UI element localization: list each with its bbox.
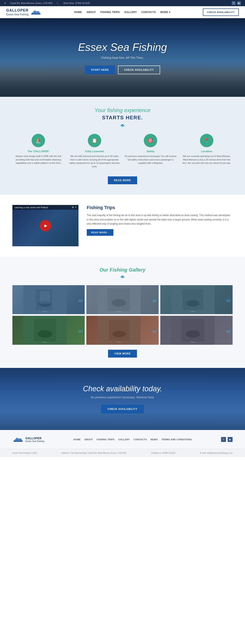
- galloper-title: The 'GALLOPER': [12, 150, 64, 153]
- brand-sub: Essex Sea Fishing: [6, 13, 28, 16]
- svg-rect-32: [13, 441, 23, 442]
- trips-description: The vast majority of the fishing we do i…: [87, 213, 233, 226]
- safety-title: Safety: [125, 150, 177, 153]
- gallery-item-1[interactable]: Photo: [12, 285, 85, 314]
- gallery-item-6[interactable]: Photo: [160, 316, 233, 345]
- gallery-item-3[interactable]: Photo: [160, 285, 233, 314]
- location-pin-icon: 📍: [200, 134, 213, 147]
- top-bar-social: f ▶: [232, 1, 241, 5]
- footer-sub: Essex Sea Fishing: [25, 440, 44, 442]
- cta-section: Check availability today. No previous ex…: [0, 368, 245, 430]
- gallery-item-5[interactable]: Photo: [86, 316, 159, 345]
- cta-title: Check availability today.: [12, 384, 233, 393]
- galloper-desc: Modern boat design built in 2005 with th…: [12, 154, 64, 165]
- gallery-section: Our Fishing Gallery 🐟 Photo Photo: [0, 257, 245, 368]
- footer-logo: GALLOPER Essex Sea Fishing: [12, 436, 44, 442]
- nav-fishing-trips[interactable]: FISHING TRIPS: [100, 11, 120, 14]
- fishing-trips-section: catching a nice sized reef Pollock ⚙ ↗ F…: [0, 194, 245, 257]
- location-title: Location: [181, 150, 233, 153]
- gallery-image-3: Photo: [160, 285, 225, 314]
- phone-text: Book Now: 07956 411528: [63, 2, 90, 4]
- logo-text: GALLOPER Essex Sea Fishing: [6, 8, 28, 16]
- trips-read-more-button[interactable]: READ MORE -: [87, 229, 113, 236]
- nav-home[interactable]: HOME: [74, 11, 82, 14]
- svg-point-11: [112, 299, 126, 306]
- nav-more[interactable]: MORE ▾: [160, 11, 170, 14]
- footer-nav: HOME ABOUT FISHING TRIPS GALLERY CONTACT…: [73, 438, 192, 441]
- cta-subtitle: No previous experience necessary. Reserv…: [12, 396, 233, 399]
- experience-heading: Your fishing experience: [12, 107, 233, 114]
- footer-boat-icon: [12, 436, 24, 442]
- footer-logo-text: GALLOPER Essex Sea Fishing: [25, 436, 44, 442]
- address-text: Coast Rd, West Mersea, Essex, CO5 8PA: [10, 2, 52, 4]
- read-more-button[interactable]: READ MORE: [108, 176, 137, 184]
- cta-check-availability-button[interactable]: CHECK AVAILABILITY: [101, 405, 144, 414]
- trips-title: Fishing Trips: [87, 205, 233, 210]
- svg-point-23: [112, 331, 126, 337]
- location-icon: ✦: [4, 2, 6, 4]
- logo-boat-icon: [30, 9, 41, 15]
- view-more-button[interactable]: VIEW MORE: [108, 350, 137, 358]
- play-button[interactable]: [40, 220, 51, 232]
- gallery-image-5: Photo: [86, 316, 151, 345]
- footer-nav-home[interactable]: HOME: [73, 438, 81, 441]
- check-availability-button[interactable]: CHECK AVAILABILITY: [203, 8, 239, 16]
- svg-rect-14: [183, 289, 203, 310]
- trips-content: Fishing Trips The vast majority of the f…: [87, 205, 233, 236]
- svg-text:Photo: Photo: [43, 341, 47, 343]
- main-nav: HOME ABOUT FISHING TRIPS GALLERY CONTACT…: [74, 11, 170, 14]
- nav-contacts[interactable]: CONTACTS: [141, 11, 156, 14]
- safety-desc: No previous experience necessary! You wi…: [125, 154, 177, 165]
- feature-galloper: ⛵ The 'GALLOPER' Modern boat design buil…: [12, 134, 64, 168]
- footer-nav-gallery[interactable]: GALLERY: [118, 438, 130, 441]
- svg-text:Photo: Photo: [117, 311, 121, 312]
- feature-licensed: 📋 Fully Licensed We are fully licenced a…: [69, 134, 121, 168]
- footer-nav-contacts[interactable]: CONTACTS: [133, 438, 147, 441]
- youtube-icon[interactable]: ▶: [237, 1, 241, 5]
- logo: GALLOPER Essex Sea Fishing: [6, 8, 41, 16]
- footer-nav-fishing-trips[interactable]: FISHING TRIPS: [97, 438, 115, 441]
- hero-content: Essex Sea Fishing Fishing boat hire. All…: [78, 41, 167, 74]
- gallery-image-6: Photo: [160, 316, 225, 345]
- svg-text:Photo: Photo: [43, 311, 47, 312]
- gallery-item-4[interactable]: Photo: [12, 316, 85, 345]
- video-title-bar: catching a nice sized reef Pollock ⚙ ↗: [12, 205, 78, 210]
- video-thumbnail[interactable]: catching a nice sized reef Pollock ⚙ ↗: [12, 205, 78, 246]
- nav-about[interactable]: ABOUT: [87, 11, 96, 14]
- safety-icon: 🎯: [144, 134, 157, 147]
- gallery-item-2[interactable]: Photo: [86, 285, 159, 314]
- gallery-image-4: Photo: [12, 316, 77, 345]
- gallery-title: Our Fishing Gallery: [12, 267, 233, 273]
- galloper-icon: ⛵: [32, 134, 45, 147]
- start-here-button[interactable]: START HERE: [85, 66, 115, 74]
- footer-facebook-icon[interactable]: f: [221, 437, 226, 442]
- video-title-text: catching a nice sized reef Pollock: [14, 206, 48, 209]
- svg-rect-3: [31, 14, 40, 14]
- svg-rect-7: [40, 292, 50, 304]
- licensed-desc: We are fully licenced and insured up to …: [69, 154, 121, 168]
- footer-nav-about[interactable]: ABOUT: [84, 438, 93, 441]
- header: GALLOPER Essex Sea Fishing HOME ABOUT FI…: [0, 6, 245, 18]
- facebook-icon[interactable]: f: [232, 1, 236, 5]
- experience-subheading: STARTS HERE.: [12, 115, 233, 120]
- top-bar-left: ✦ Coast Rd, West Mersea, Essex, CO5 8PA …: [4, 2, 90, 4]
- nav-gallery[interactable]: GALLERY: [124, 11, 137, 14]
- footer-nav-terms[interactable]: TERMS AND CONDITIONS: [162, 438, 192, 441]
- experience-section: Your fishing experience STARTS HERE. 🐟 ⛵…: [0, 97, 245, 194]
- svg-rect-1: [34, 10, 35, 13]
- footer-social: f ▶: [221, 437, 233, 442]
- footer-youtube-icon[interactable]: ▶: [228, 437, 233, 442]
- footer-address: Address: The Hammerhead, Coast Rd, West …: [61, 452, 126, 454]
- footer-bottom: Essex Sea Fishing © 2018 Address: The Ha…: [0, 449, 245, 457]
- svg-rect-22: [109, 320, 129, 340]
- hero-check-availability-button[interactable]: CHECK AVAILABILITY: [118, 66, 160, 74]
- gallery-image-2: Photo: [86, 285, 151, 314]
- svg-point-27: [186, 330, 200, 338]
- video-background: [12, 205, 78, 246]
- footer-email: E-mail: info@essexseafishing.co.uk: [200, 452, 233, 454]
- feature-safety: 🎯 Safety No previous experience necessar…: [125, 134, 177, 168]
- footer-contact: Contact us: 07956 411528: [151, 452, 175, 454]
- footer-nav-news[interactable]: NEWS: [151, 438, 158, 441]
- brand-name: GALLOPER: [6, 8, 28, 13]
- gallery-grid: Photo Photo Photo Photo: [12, 285, 233, 345]
